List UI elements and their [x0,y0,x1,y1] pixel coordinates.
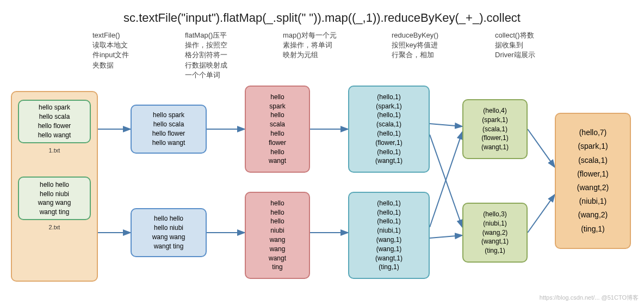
col-0: (hello,7) [579,126,607,139]
map-p1: (hello,1) (spark,1) (hello,1) (scala,1) … [348,86,430,173]
label-textfile: textFile() 读取本地文 件input文件 夹数据 [92,31,185,80]
mp-p1-0: (hello,1) [377,93,400,102]
mp-p2-5: (wang,1) [376,245,402,254]
svg-line-6 [430,124,462,126]
fm-p2-4: wang [270,235,286,245]
fm-p2-1: hello [270,208,284,217]
rd-p1-0: (hello,4) [483,106,506,115]
col-5: (niubi,1) [579,194,607,208]
mp-p2-4: (wang,1) [376,235,402,245]
svg-line-9 [430,235,462,238]
input-file2: hello hello hello niubi wang wang wangt … [18,177,90,220]
fm-p1-1: spark [269,102,285,111]
file2-line1: hello niubi [40,190,69,199]
mp-p1-5: (flower,1) [375,138,402,148]
reduce-p1: (hello,4) (spark,1) (scala,1) (flower,1)… [462,99,528,159]
fm-p1-7: wangt [269,156,286,166]
tf-p1-l1: hello scala [153,120,184,129]
tf-p1-l2: hello flower [152,129,185,138]
rd-p2-2: (wang,2) [482,228,508,238]
fm-p2-5: wang [270,245,286,254]
svg-line-10 [528,129,555,167]
fm-p1-5: flower [269,138,286,148]
rd-p2-0: (hello,3) [483,210,506,219]
svg-line-11 [528,194,555,233]
file1-line2: hello flower [38,121,71,131]
code-title: sc.textFile("input").flatMap(_.split(" "… [0,0,644,31]
file2-line0: hello hello [40,180,69,190]
mp-p2-7: (ting,1) [379,263,399,272]
textfile-p2: hello hello hello niubi wang wang wangt … [131,208,207,257]
flatmap-p2: hello hello hello niubi wang wang wangt … [245,192,310,279]
label-collect: collect()将数 据收集到 Driver端展示 [495,31,577,80]
fm-p2-0: hello [270,199,284,208]
col-2: (scala,1) [578,154,608,167]
svg-line-7 [430,135,462,227]
watermark: https://blog.csdn.net/... @51CTO博客 [540,294,639,302]
reduce-p2: (hello,3) (niubi,1) (wang,2) (wangt,1) (… [462,203,528,263]
mp-p1-6: (hello,1) [377,148,400,157]
mp-p1-1: (spark,1) [376,102,401,111]
mp-p2-2: (hello,1) [377,217,400,226]
rd-p1-3: (flower,1) [481,133,508,143]
file2-name: 2.txt [49,223,60,232]
mp-p2-6: (wangt,1) [375,254,403,263]
map-p2: (hello,1) (hello,1) (hello,1) (niubi,1) … [348,192,430,279]
fm-p1-0: hello [270,93,284,102]
label-map: map()对每一个元 素操作，将单词 映射为元组 [283,31,392,80]
rd-p1-2: (scala,1) [482,125,507,134]
file1-line3: hello wangt [38,131,71,140]
tf-p2-l1: hello niubi [154,223,183,233]
tf-p2-l3: wangt ting [154,242,184,251]
tf-p2-l2: wang wang [152,233,185,242]
fm-p2-2: hello [270,217,284,226]
fm-p1-6: hello [270,148,284,157]
col-6: (wang,2) [578,208,608,222]
rd-p1-1: (spark,1) [482,115,507,125]
fm-p2-6: wangt [269,254,286,263]
rd-p2-3: (wangt,1) [481,237,509,246]
label-flatmap: flatMap()压平 操作，按照空 格分割符将一 行数据映射成 一个个单词 [185,31,283,80]
mp-p1-4: (hello,1) [377,129,400,138]
col-4: (wangt,2) [577,181,609,194]
mp-p2-3: (niubi,1) [377,226,400,235]
mp-p1-3: (scala,1) [376,120,401,129]
mp-p1-7: (wangt,1) [375,156,403,166]
col-1: (spark,1) [578,139,608,153]
file1-line0: hello spark [39,103,70,112]
file1-line1: hello scala [39,112,70,121]
diagram-area: hello spark hello scala hello flower hel… [0,86,644,293]
label-reducebykey: reduceByKey() 按照key将值进 行聚合，相加 [392,31,495,80]
textfile-p1: hello spark hello scala hello flower hel… [131,105,207,154]
rd-p2-1: (niubi,1) [483,219,506,228]
input-file1: hello spark hello scala hello flower hel… [18,100,90,143]
flatmap-p1: hello spark hello scala hello flower hel… [245,86,310,173]
mp-p1-2: (hello,1) [377,111,400,120]
mp-p2-1: (hello,1) [377,208,400,217]
file2-line2: wang wang [38,198,71,208]
svg-line-8 [430,132,462,227]
tf-p1-l3: hello wangt [152,138,185,148]
col-3: (flower,1) [577,167,609,181]
mp-p2-0: (hello,1) [377,199,400,208]
fm-p1-4: hello [270,129,284,138]
input-group: hello spark hello scala hello flower hel… [11,91,98,282]
fm-p2-7: ting [272,263,282,272]
stage-labels-row: textFile() 读取本地文 件input文件 夹数据 flatMap()压… [0,31,644,80]
fm-p2-3: niubi [270,226,284,235]
fm-p1-3: scala [270,120,285,129]
col-7: (ting,1) [581,222,605,236]
tf-p2-l0: hello hello [154,214,183,223]
fm-p1-2: hello [270,111,284,120]
collect-result: (hello,7) (spark,1) (scala,1) (flower,1)… [555,113,631,249]
file2-line3: wangt ting [40,208,70,217]
file1-name: 1.txt [49,147,60,155]
tf-p1-l0: hello spark [153,111,184,120]
rd-p1-4: (wangt,1) [481,143,509,152]
rd-p2-4: (ting,1) [485,246,505,256]
